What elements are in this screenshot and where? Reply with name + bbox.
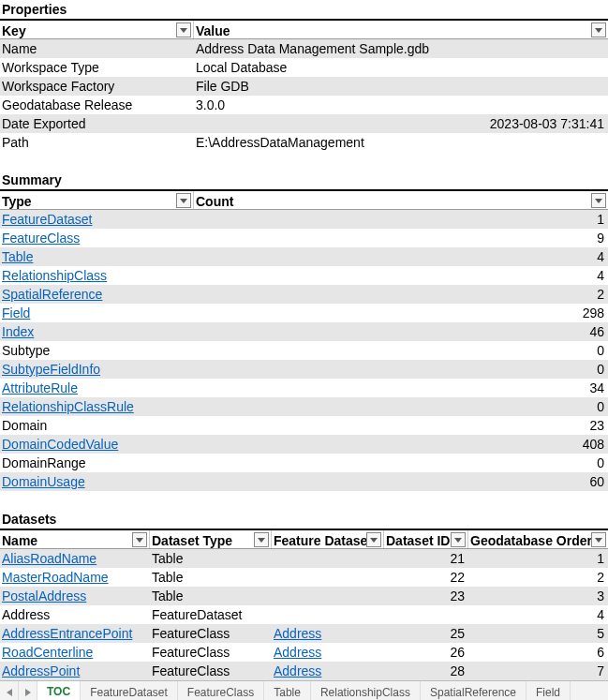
datasets-header-type: Dataset Type [150,530,272,548]
header-label: Feature Dataset [274,533,372,548]
summary-count: 0 [194,397,608,415]
table-row: RelationshipClassRule0 [0,397,608,416]
summary-type[interactable]: DomainCodedValue [0,435,194,453]
sheet-tab[interactable]: Field [526,681,571,700]
svg-marker-2 [180,199,187,203]
dataset-name[interactable]: AddressPoint [0,662,150,679]
header-label: Value [196,23,230,38]
dataset-name[interactable]: MasterRoadName [0,568,150,586]
summary-count: 9 [194,229,608,246]
dataset-id: 26 [384,643,468,661]
summary-type: Subtype [0,341,194,359]
filter-dropdown-icon[interactable] [451,532,466,547]
property-value: 3.0.0 [194,96,608,113]
header-label: Type [2,194,32,209]
summary-count: 46 [194,322,608,340]
summary-count: 4 [194,247,608,265]
dataset-name[interactable]: RoadCenterline [0,643,150,661]
summary-type[interactable]: SpatialReference [0,285,194,303]
dataset-type: Table [150,568,272,586]
dataset-order: 2 [468,568,608,586]
filter-dropdown-icon[interactable] [176,193,191,208]
property-key: Geodatabase Release [0,96,194,113]
summary-type[interactable]: RelationshipClassRule [0,397,194,415]
table-row: Workspace TypeLocal Database [0,58,608,77]
property-value: E:\AddressDataManagement [194,133,608,151]
properties-header-row: Key Value [0,19,608,39]
table-row: Table4 [0,247,608,266]
summary-type[interactable]: Index [0,322,194,340]
summary-count: 408 [194,435,608,453]
summary-section-title: Summary [0,171,608,189]
property-key: Workspace Factory [0,77,194,95]
sheet-tab[interactable]: RelationshipClass [311,681,421,700]
dataset-feature-dataset[interactable]: Address [272,662,384,679]
dataset-feature-dataset[interactable]: Address [272,624,384,642]
dataset-name[interactable]: AliasRoadName [0,549,150,567]
summary-type[interactable]: FeatureDataset [0,210,194,228]
summary-type[interactable]: Field [0,304,194,321]
tab-nav-prev-icon[interactable] [0,681,19,700]
svg-marker-7 [454,538,462,543]
property-value: Address Data Management Sample.gdb [194,39,608,57]
sheet-tab[interactable]: Table [264,681,311,700]
sheet-tab-bar: TOCFeatureDatasetFeatureClassTableRelati… [0,680,608,700]
dataset-feature-dataset[interactable]: Address [272,643,384,661]
header-label: Dataset ID [386,533,450,548]
summary-type[interactable]: SubtypeFieldInfo [0,360,194,378]
summary-count: 298 [194,304,608,321]
summary-table-body: FeatureDataset1FeatureClass9Table4Relati… [0,210,608,491]
table-row: Geodatabase Release3.0.0 [0,96,608,114]
summary-header-row: Type Count [0,189,608,210]
table-row: FeatureDataset1 [0,210,608,229]
dataset-id: 21 [384,549,468,567]
filter-dropdown-icon[interactable] [254,532,269,547]
dataset-name: Address [0,605,150,623]
dataset-id: 22 [384,568,468,586]
filter-dropdown-icon[interactable] [591,532,606,547]
table-row: AddressEntrancePointFeatureClassAddress2… [0,624,608,643]
datasets-header-feature-dataset: Feature Dataset [272,530,384,548]
summary-type[interactable]: Table [0,247,194,265]
filter-dropdown-icon[interactable] [591,193,606,208]
summary-count: 34 [194,379,608,396]
sheet-tab[interactable]: FeatureClass [178,681,264,700]
dataset-feature-dataset [272,605,384,623]
summary-type[interactable]: FeatureClass [0,229,194,246]
summary-count: 23 [194,416,608,434]
dataset-id: 23 [384,587,468,604]
summary-count: 0 [194,341,608,359]
table-row: DomainUsage60 [0,472,608,491]
dataset-feature-dataset [272,549,384,567]
summary-count: 2 [194,285,608,303]
summary-count: 60 [194,472,608,490]
svg-marker-5 [258,538,265,543]
filter-dropdown-icon[interactable] [366,532,381,547]
property-key: Name [0,39,194,57]
dataset-name[interactable]: AddressEntrancePoint [0,624,150,642]
summary-type[interactable]: AttributeRule [0,379,194,396]
table-row: AddressPointFeatureClassAddress287 [0,662,608,680]
filter-dropdown-icon[interactable] [132,532,147,547]
dataset-id [384,605,468,623]
svg-marker-6 [370,538,378,543]
properties-header-key: Key [0,21,194,38]
dataset-name[interactable]: PostalAddress [0,587,150,604]
table-row: AddressFeatureDataset4 [0,605,608,624]
dataset-type: FeatureDataset [150,605,272,623]
summary-count: 0 [194,360,608,378]
summary-type[interactable]: DomainUsage [0,472,194,490]
filter-dropdown-icon[interactable] [591,22,606,37]
properties-table-body: NameAddress Data Management Sample.gdbWo… [0,39,608,152]
filter-dropdown-icon[interactable] [176,22,191,37]
summary-type[interactable]: RelationshipClass [0,266,194,284]
dataset-type: FeatureClass [150,662,272,679]
sheet-tab[interactable]: TOC [37,681,81,700]
summary-type: DomainRange [0,454,194,471]
sheet-tab[interactable]: FeatureDataset [81,681,178,700]
sheet-tab[interactable]: SpatialReference [421,681,526,700]
header-label: Geodatabase Order [470,533,592,548]
property-key: Workspace Type [0,58,194,76]
header-label: Key [2,23,26,38]
tab-nav-next-icon[interactable] [19,681,37,700]
